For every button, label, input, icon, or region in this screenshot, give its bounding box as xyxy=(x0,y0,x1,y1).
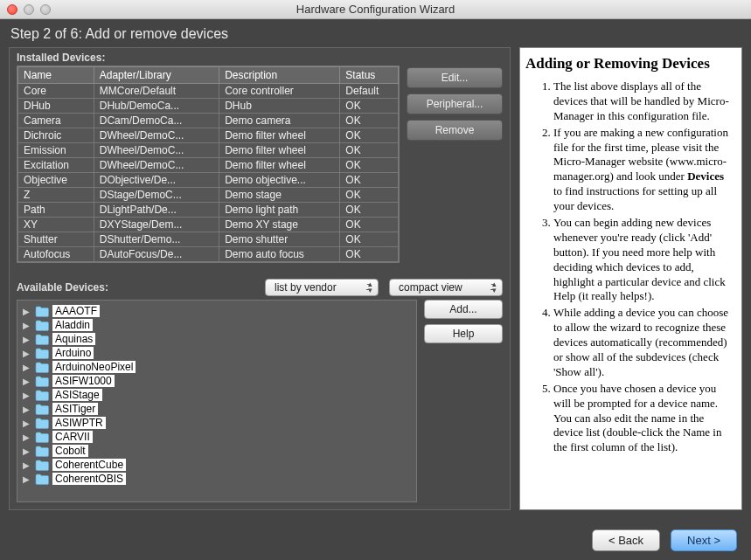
table-row[interactable]: PathDLightPath/De...Demo light pathOK xyxy=(18,203,399,218)
cell-desc: Demo XY stage xyxy=(219,218,340,232)
tree-item[interactable]: ▶CARVII xyxy=(21,430,413,444)
back-button[interactable]: < Back xyxy=(592,529,660,551)
cell-name: Excitation xyxy=(18,158,94,173)
disclosure-icon[interactable]: ▶ xyxy=(23,418,31,428)
disclosure-icon[interactable]: ▶ xyxy=(23,377,31,386)
cell-status: OK xyxy=(340,128,399,143)
cell-status: OK xyxy=(340,114,399,128)
cell-name: Core xyxy=(18,84,94,99)
tree-item[interactable]: ▶ASIWPTR xyxy=(21,416,413,430)
cell-name: Camera xyxy=(18,114,94,128)
cell-desc: Demo auto focus xyxy=(219,247,340,262)
table-row[interactable]: CameraDCam/DemoCa...Demo cameraOK xyxy=(18,114,399,128)
table-row[interactable]: ShutterDShutter/Demo...Demo shutterOK xyxy=(18,232,399,247)
cell-adapter: DStage/DemoC... xyxy=(94,188,219,203)
peripheral-button[interactable]: Peripheral... xyxy=(407,93,503,114)
disclosure-icon[interactable]: ▶ xyxy=(23,349,31,358)
available-tree[interactable]: ▶AAAOTF▶Aladdin▶Aquinas▶Arduino▶ArduinoN… xyxy=(17,300,417,502)
cell-status: OK xyxy=(340,247,399,262)
cell-status: Default xyxy=(340,84,399,99)
table-row[interactable]: CoreMMCore/DefaultCore controllerDefault xyxy=(18,84,399,99)
column-header[interactable]: Description xyxy=(219,67,340,84)
folder-icon xyxy=(35,306,49,317)
tree-item[interactable]: ▶Cobolt xyxy=(21,444,413,458)
table-row[interactable]: XYDXYStage/Dem...Demo XY stageOK xyxy=(18,218,399,232)
table-row[interactable]: DHubDHub/DemoCa...DHubOK xyxy=(18,99,399,114)
tree-item-label: ASIStage xyxy=(52,389,102,401)
add-button[interactable]: Add... xyxy=(424,300,503,319)
cell-name: Z xyxy=(18,188,94,203)
cell-desc: Demo shutter xyxy=(219,232,340,247)
folder-icon xyxy=(35,418,49,429)
tree-item[interactable]: ▶CoherentOBIS xyxy=(21,472,413,486)
minimize-icon[interactable] xyxy=(24,4,34,15)
tree-item[interactable]: ▶ASITiger xyxy=(21,402,413,416)
tree-item[interactable]: ▶AAAOTF xyxy=(21,304,413,318)
tree-item[interactable]: ▶Arduino xyxy=(21,346,413,360)
disclosure-icon[interactable]: ▶ xyxy=(23,432,31,442)
tree-item[interactable]: ▶ASIStage xyxy=(21,388,413,402)
table-row[interactable]: ZDStage/DemoC...Demo stageOK xyxy=(18,188,399,203)
help-title: Adding or Removing Devices xyxy=(525,55,734,73)
column-header[interactable]: Name xyxy=(18,67,94,84)
table-row[interactable]: DichroicDWheel/DemoC...Demo filter wheel… xyxy=(18,128,399,143)
cell-adapter: MMCore/Default xyxy=(94,84,219,99)
disclosure-icon[interactable]: ▶ xyxy=(23,474,31,484)
tree-item[interactable]: ▶Aladdin xyxy=(21,318,413,332)
table-row[interactable]: ExcitationDWheel/DemoC...Demo filter whe… xyxy=(18,158,399,173)
tree-item[interactable]: ▶ASIFW1000 xyxy=(21,374,413,388)
tree-item[interactable]: ▶CoherentCube xyxy=(21,458,413,472)
column-header[interactable]: Status xyxy=(340,67,399,84)
disclosure-icon[interactable]: ▶ xyxy=(23,460,31,470)
table-row[interactable]: ObjectiveDObjective/De...Demo objective.… xyxy=(18,173,399,188)
disclosure-icon[interactable]: ▶ xyxy=(23,404,31,414)
tree-item-label: ASITiger xyxy=(52,403,98,415)
cell-status: OK xyxy=(340,143,399,158)
tree-item[interactable]: ▶ArduinoNeoPixel xyxy=(21,360,413,374)
help-item: While adding a device you can choose to … xyxy=(553,306,734,379)
window-title: Hardware Configuration Wizard xyxy=(0,3,751,16)
next-button[interactable]: Next > xyxy=(671,529,737,551)
cell-name: Shutter xyxy=(18,232,94,247)
close-icon[interactable] xyxy=(7,4,17,15)
table-row[interactable]: AutofocusDAutoFocus/De...Demo auto focus… xyxy=(18,247,399,262)
tree-item-label: CoherentCube xyxy=(52,459,126,471)
tree-item-label: Aladdin xyxy=(52,319,93,331)
remove-button[interactable]: Remove xyxy=(407,120,503,141)
cell-status: OK xyxy=(340,158,399,173)
disclosure-icon[interactable]: ▶ xyxy=(23,391,31,400)
cell-desc: Demo stage xyxy=(219,188,340,203)
view-select[interactable]: compact view ▴▾ xyxy=(389,279,503,296)
column-header[interactable]: Adapter/Library xyxy=(94,67,219,84)
tree-item-label: Arduino xyxy=(52,347,94,359)
help-item: Once you have chosen a device you will b… xyxy=(553,382,734,455)
help-button[interactable]: Help xyxy=(424,324,503,343)
disclosure-icon[interactable]: ▶ xyxy=(23,335,31,344)
tree-item-label: AAAOTF xyxy=(52,305,100,317)
help-list: The list above displays all of the devic… xyxy=(524,80,734,455)
cell-adapter: DLightPath/De... xyxy=(94,203,219,218)
cell-desc: Demo light path xyxy=(219,203,340,218)
table-row[interactable]: EmissionDWheel/DemoC...Demo filter wheel… xyxy=(18,143,399,158)
disclosure-icon[interactable]: ▶ xyxy=(23,307,31,316)
sort-select[interactable]: list by vendor ▴▾ xyxy=(265,279,379,296)
titlebar: Hardware Configuration Wizard xyxy=(0,0,751,19)
cell-adapter: DAutoFocus/De... xyxy=(94,247,219,262)
cell-desc: Demo camera xyxy=(219,114,340,128)
disclosure-icon[interactable]: ▶ xyxy=(23,321,31,330)
cell-desc: Demo filter wheel xyxy=(219,128,340,143)
zoom-icon[interactable] xyxy=(40,4,51,15)
edit-button[interactable]: Edit... xyxy=(407,67,503,88)
cell-status: OK xyxy=(340,218,399,232)
disclosure-icon[interactable]: ▶ xyxy=(23,363,31,372)
left-panel: Installed Devices: NameAdapter/LibraryDe… xyxy=(9,47,511,510)
installed-label: Installed Devices: xyxy=(17,52,503,64)
cell-desc: Core controller xyxy=(219,84,340,99)
cell-name: Autofocus xyxy=(18,247,94,262)
cell-adapter: DXYStage/Dem... xyxy=(94,218,219,232)
tree-item[interactable]: ▶Aquinas xyxy=(21,332,413,346)
disclosure-icon[interactable]: ▶ xyxy=(23,446,31,456)
installed-table[interactable]: NameAdapter/LibraryDescriptionStatus Cor… xyxy=(17,66,400,263)
cell-name: Emission xyxy=(18,143,94,158)
folder-icon xyxy=(35,362,49,373)
